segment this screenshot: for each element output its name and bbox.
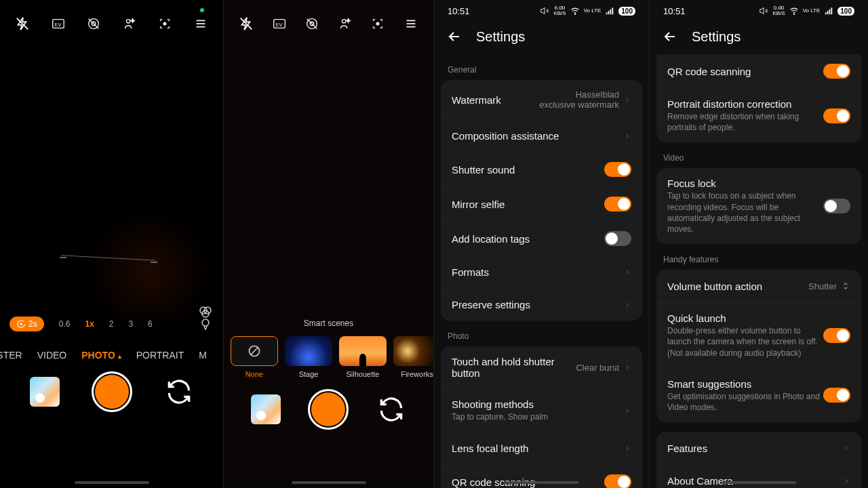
tab-master[interactable]: ASTER	[0, 350, 22, 361]
svg-line-28	[251, 348, 258, 354]
toggle-portrait-distortion[interactable]	[823, 108, 850, 123]
svg-point-22	[342, 20, 346, 23]
status-icons: 0.00KB/S Vo LTE 100	[759, 5, 854, 16]
beautify-icon[interactable]	[335, 14, 355, 34]
toggle-location-tags[interactable]	[604, 231, 631, 246]
menu-icon[interactable]	[401, 14, 421, 34]
scene-fireworks[interactable]: Fireworks	[393, 336, 434, 378]
chevron-right-icon	[623, 407, 631, 415]
row-quick-launch[interactable]: Quick launch Double-press either volume …	[656, 302, 861, 368]
switch-camera-icon[interactable]	[164, 377, 194, 407]
row-touch-hold[interactable]: Touch and hold shutter button Clear burs…	[441, 346, 642, 388]
tab-portrait[interactable]: PORTRAIT	[136, 350, 184, 361]
row-formats[interactable]: Formats	[441, 256, 642, 288]
settings-panel-1: 10:51 6.00KB/S Vo LTE 100 Settings Gener…	[434, 0, 650, 488]
row-about[interactable]: About Camera	[656, 464, 861, 488]
section-photo: Photo	[434, 321, 649, 346]
smart-scenes-label: Smart scenes	[224, 319, 433, 328]
row-qr[interactable]: QR code scanning	[441, 464, 642, 488]
ev-icon[interactable]: EV	[48, 14, 68, 34]
zoom-0-6[interactable]: 0.6	[59, 319, 71, 329]
svg-rect-36	[827, 11, 829, 14]
toggle-qr[interactable]	[604, 474, 631, 488]
updown-icon	[841, 281, 850, 291]
viewfinder[interactable]	[0, 47, 223, 305]
scene-stage[interactable]: Stage	[285, 336, 332, 378]
beautify-icon[interactable]	[119, 14, 140, 34]
lens-icon[interactable]	[155, 14, 175, 34]
scene-strip: None Stage Silhouette Fireworks	[224, 328, 433, 386]
scene-silhouette[interactable]: Silhouette	[339, 336, 387, 378]
status-time: 10:51	[448, 6, 470, 16]
ai-off-icon[interactable]	[302, 14, 322, 34]
chevron-right-icon	[842, 477, 850, 485]
mode-tabs: ASTER VIDEO PHOTO ▴ PORTRAIT M	[0, 336, 223, 369]
svg-point-14	[20, 323, 22, 325]
svg-text:EV: EV	[275, 22, 282, 28]
gallery-thumb[interactable]	[30, 377, 60, 407]
row-watermark[interactable]: Watermark Hasselblad exclusive watermark	[441, 80, 642, 119]
general-card: Watermark Hasselblad exclusive watermark…	[441, 80, 642, 321]
row-location-tags[interactable]: Add location tags	[441, 221, 642, 256]
menu-icon[interactable]	[191, 14, 211, 34]
tab-photo[interactable]: PHOTO ▴	[81, 350, 121, 361]
toggle-shutter-sound[interactable]	[604, 162, 631, 177]
toggle-qr[interactable]	[823, 64, 850, 79]
row-preserve[interactable]: Preserve settings	[441, 288, 642, 321]
row-shooting-methods[interactable]: Shooting methods Tap to capture, Show pa…	[441, 388, 642, 432]
chevron-right-icon	[623, 96, 631, 104]
net-label: Vo LTE	[803, 8, 821, 14]
row-portrait-distortion[interactable]: Portrait distortion correction Remove ed…	[656, 88, 861, 142]
shutter-button[interactable]	[308, 389, 349, 430]
ev-icon[interactable]: EV	[269, 14, 290, 34]
toggle-mirror-selfie[interactable]	[604, 197, 631, 211]
ai-off-icon[interactable]	[83, 14, 104, 34]
horizon-tick-right	[151, 262, 157, 263]
row-features[interactable]: Features	[656, 432, 861, 464]
filter-icon[interactable]	[197, 304, 214, 320]
row-composition[interactable]: Composition assistance	[441, 119, 642, 152]
flash-off-icon[interactable]	[236, 14, 256, 34]
row-shutter-sound[interactable]: Shutter sound	[441, 152, 642, 186]
svg-rect-30	[606, 12, 608, 14]
speed-indicator: 6.00KB/S	[553, 5, 566, 16]
video-card: Focus lock Tap to lock focus on a subjec…	[656, 168, 861, 244]
section-video: Video	[650, 142, 868, 168]
switch-camera-icon[interactable]	[376, 394, 406, 424]
svg-point-7	[164, 22, 167, 25]
scene-none[interactable]: None	[231, 336, 278, 378]
status-bar: 10:51 0.00KB/S Vo LTE 100	[650, 0, 868, 19]
tab-video[interactable]: VIDEO	[37, 350, 67, 361]
toggle-smart-suggestions[interactable]	[823, 388, 850, 403]
row-lens-focal[interactable]: Lens focal length	[441, 432, 642, 464]
horizon-tick-left	[60, 257, 66, 258]
svg-rect-33	[612, 7, 614, 14]
back-icon[interactable]	[446, 28, 462, 45]
back-icon[interactable]	[662, 28, 678, 45]
flash-off-icon[interactable]	[12, 14, 33, 34]
row-mirror-selfie[interactable]: Mirror selfie	[441, 186, 642, 221]
row-volume-action[interactable]: Volume button action Shutter	[656, 270, 861, 302]
timer-label: 2s	[28, 319, 37, 329]
gallery-thumb[interactable]	[251, 394, 281, 424]
signal-icon	[824, 6, 833, 16]
tab-more[interactable]: M	[199, 350, 207, 361]
shutter-button[interactable]	[92, 371, 132, 412]
mute-icon	[759, 6, 768, 16]
timer-chip[interactable]: 2s	[9, 317, 44, 331]
row-smart-suggestions[interactable]: Smart suggestions Get optimisation sugge…	[656, 368, 861, 422]
home-indicator	[505, 481, 579, 484]
toggle-quick-launch[interactable]	[823, 328, 850, 343]
top-card: QR code scanning Portrait distortion cor…	[656, 54, 861, 142]
chevron-right-icon	[623, 301, 631, 309]
home-indicator	[75, 481, 149, 484]
chevron-right-icon	[623, 445, 631, 453]
svg-point-6	[126, 20, 130, 23]
battery-pill: 100	[837, 7, 854, 16]
page-title: Settings	[692, 29, 741, 45]
lens-icon[interactable]	[368, 14, 388, 34]
settings-panel-2: 10:51 0.00KB/S Vo LTE 100 Settings QR co…	[650, 0, 868, 488]
row-qr[interactable]: QR code scanning	[656, 54, 861, 88]
toggle-focus-lock[interactable]	[823, 199, 850, 214]
row-focus-lock[interactable]: Focus lock Tap to lock focus on a subjec…	[656, 168, 861, 244]
